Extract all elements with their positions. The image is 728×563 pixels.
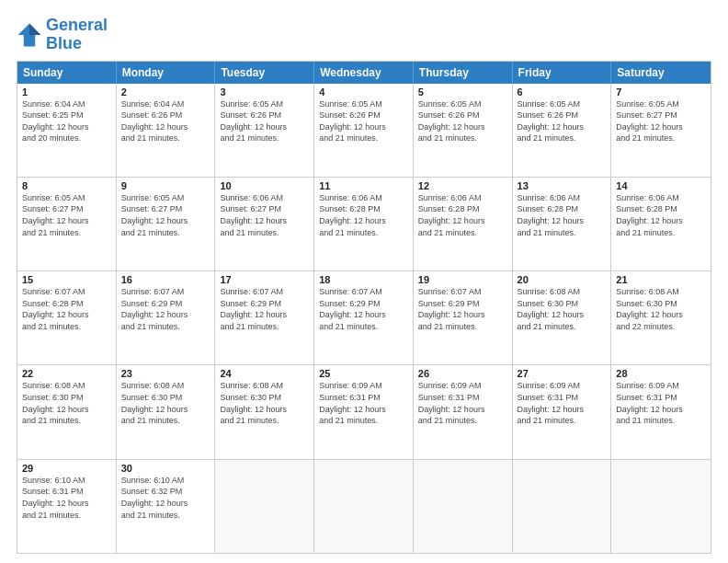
cal-cell: 3Sunrise: 6:05 AM Sunset: 6:26 PM Daylig… [215, 84, 314, 177]
day-info: Sunrise: 6:10 AM Sunset: 6:32 PM Dayligh… [121, 475, 210, 521]
cal-cell [215, 460, 314, 553]
cal-header-cell: Saturday [611, 62, 711, 84]
day-number: 20 [518, 274, 607, 285]
day-info: Sunrise: 6:07 AM Sunset: 6:28 PM Dayligh… [22, 286, 111, 332]
day-number: 26 [418, 368, 507, 379]
day-number: 24 [220, 368, 309, 379]
day-info: Sunrise: 6:06 AM Sunset: 6:28 PM Dayligh… [418, 192, 507, 238]
logo-text: General Blue [46, 17, 108, 53]
day-info: Sunrise: 6:05 AM Sunset: 6:27 PM Dayligh… [616, 98, 706, 144]
cal-cell: 25Sunrise: 6:09 AM Sunset: 6:31 PM Dayli… [314, 365, 414, 458]
day-number: 7 [616, 86, 706, 98]
cal-cell: 19Sunrise: 6:07 AM Sunset: 6:29 PM Dayli… [414, 271, 513, 364]
day-number: 9 [121, 180, 210, 191]
calendar-header-row: SundayMondayTuesdayWednesdayThursdayFrid… [17, 62, 711, 84]
cal-cell: 4Sunrise: 6:05 AM Sunset: 6:26 PM Daylig… [314, 84, 414, 177]
day-info: Sunrise: 6:08 AM Sunset: 6:30 PM Dayligh… [121, 380, 210, 426]
day-info: Sunrise: 6:05 AM Sunset: 6:26 PM Dayligh… [220, 98, 309, 144]
cal-cell: 8Sunrise: 6:05 AM Sunset: 6:27 PM Daylig… [17, 178, 117, 270]
day-number: 22 [22, 368, 111, 379]
cal-week-row: 1Sunrise: 6:04 AM Sunset: 6:25 PM Daylig… [17, 84, 711, 177]
cal-cell: 29Sunrise: 6:10 AM Sunset: 6:31 PM Dayli… [17, 460, 117, 553]
cal-cell: 1Sunrise: 6:04 AM Sunset: 6:25 PM Daylig… [17, 84, 117, 177]
svg-marker-1 [29, 23, 40, 34]
cal-cell [414, 460, 513, 553]
day-number: 18 [319, 274, 408, 285]
day-number: 1 [22, 86, 111, 98]
cal-cell: 9Sunrise: 6:05 AM Sunset: 6:27 PM Daylig… [117, 178, 216, 270]
cal-cell [611, 460, 711, 553]
cal-cell: 6Sunrise: 6:05 AM Sunset: 6:26 PM Daylig… [513, 84, 612, 177]
cal-cell: 21Sunrise: 6:08 AM Sunset: 6:30 PM Dayli… [611, 271, 711, 364]
day-info: Sunrise: 6:09 AM Sunset: 6:31 PM Dayligh… [319, 380, 408, 426]
day-info: Sunrise: 6:04 AM Sunset: 6:26 PM Dayligh… [121, 98, 210, 144]
cal-cell: 17Sunrise: 6:07 AM Sunset: 6:29 PM Dayli… [215, 271, 314, 364]
cal-cell: 18Sunrise: 6:07 AM Sunset: 6:29 PM Dayli… [314, 271, 414, 364]
cal-cell: 26Sunrise: 6:09 AM Sunset: 6:31 PM Dayli… [414, 365, 513, 458]
cal-header-cell: Wednesday [314, 62, 414, 84]
day-number: 2 [121, 86, 210, 98]
cal-week-row: 15Sunrise: 6:07 AM Sunset: 6:28 PM Dayli… [17, 270, 711, 364]
cal-cell: 22Sunrise: 6:08 AM Sunset: 6:30 PM Dayli… [17, 365, 117, 458]
cal-cell: 24Sunrise: 6:08 AM Sunset: 6:30 PM Dayli… [215, 365, 314, 458]
day-number: 23 [121, 368, 210, 379]
day-info: Sunrise: 6:06 AM Sunset: 6:28 PM Dayligh… [616, 192, 706, 238]
cal-cell: 5Sunrise: 6:05 AM Sunset: 6:26 PM Daylig… [414, 84, 513, 177]
day-number: 12 [418, 180, 507, 191]
day-info: Sunrise: 6:09 AM Sunset: 6:31 PM Dayligh… [418, 380, 507, 426]
day-number: 29 [22, 463, 111, 474]
day-info: Sunrise: 6:05 AM Sunset: 6:27 PM Dayligh… [121, 192, 210, 238]
day-info: Sunrise: 6:08 AM Sunset: 6:30 PM Dayligh… [616, 286, 706, 332]
cal-cell: 23Sunrise: 6:08 AM Sunset: 6:30 PM Dayli… [117, 365, 216, 458]
day-info: Sunrise: 6:08 AM Sunset: 6:30 PM Dayligh… [220, 380, 309, 426]
day-number: 6 [518, 86, 607, 98]
cal-header-cell: Friday [513, 62, 612, 84]
day-number: 28 [616, 368, 706, 379]
day-info: Sunrise: 6:09 AM Sunset: 6:31 PM Dayligh… [518, 380, 607, 426]
day-info: Sunrise: 6:08 AM Sunset: 6:30 PM Dayligh… [22, 380, 111, 426]
cal-header-cell: Tuesday [215, 62, 314, 84]
day-number: 17 [220, 274, 309, 285]
cal-header-cell: Monday [117, 62, 216, 84]
cal-cell: 10Sunrise: 6:06 AM Sunset: 6:27 PM Dayli… [215, 178, 314, 270]
cal-cell: 13Sunrise: 6:06 AM Sunset: 6:28 PM Dayli… [513, 178, 612, 270]
day-number: 16 [121, 274, 210, 285]
day-number: 4 [319, 86, 408, 98]
cal-cell: 27Sunrise: 6:09 AM Sunset: 6:31 PM Dayli… [513, 365, 612, 458]
cal-cell: 16Sunrise: 6:07 AM Sunset: 6:29 PM Dayli… [117, 271, 216, 364]
cal-cell: 12Sunrise: 6:06 AM Sunset: 6:28 PM Dayli… [414, 178, 513, 270]
day-number: 10 [220, 180, 309, 191]
logo-icon [17, 22, 42, 48]
day-info: Sunrise: 6:06 AM Sunset: 6:28 PM Dayligh… [518, 192, 607, 238]
cal-cell: 30Sunrise: 6:10 AM Sunset: 6:32 PM Dayli… [117, 460, 216, 553]
calendar: SundayMondayTuesdayWednesdayThursdayFrid… [17, 61, 711, 554]
cal-week-row: 8Sunrise: 6:05 AM Sunset: 6:27 PM Daylig… [17, 177, 711, 270]
day-number: 19 [418, 274, 507, 285]
day-info: Sunrise: 6:07 AM Sunset: 6:29 PM Dayligh… [319, 286, 408, 332]
day-info: Sunrise: 6:05 AM Sunset: 6:26 PM Dayligh… [518, 98, 607, 144]
day-info: Sunrise: 6:05 AM Sunset: 6:26 PM Dayligh… [319, 98, 408, 144]
cal-cell: 7Sunrise: 6:05 AM Sunset: 6:27 PM Daylig… [611, 84, 711, 177]
logo: General Blue [17, 17, 108, 53]
cal-cell: 28Sunrise: 6:09 AM Sunset: 6:31 PM Dayli… [611, 365, 711, 458]
header: General Blue [17, 17, 711, 53]
page: General Blue SundayMondayTuesdayWednesda… [0, 0, 728, 563]
day-number: 21 [616, 274, 706, 285]
day-number: 27 [518, 368, 607, 379]
day-number: 11 [319, 180, 408, 191]
day-number: 3 [220, 86, 309, 98]
day-info: Sunrise: 6:07 AM Sunset: 6:29 PM Dayligh… [121, 286, 210, 332]
cal-header-cell: Sunday [17, 62, 117, 84]
cal-cell: 15Sunrise: 6:07 AM Sunset: 6:28 PM Dayli… [17, 271, 117, 364]
day-info: Sunrise: 6:05 AM Sunset: 6:27 PM Dayligh… [22, 192, 111, 238]
day-number: 14 [616, 180, 706, 191]
day-info: Sunrise: 6:06 AM Sunset: 6:28 PM Dayligh… [319, 192, 408, 238]
cal-cell: 11Sunrise: 6:06 AM Sunset: 6:28 PM Dayli… [314, 178, 414, 270]
cal-week-row: 22Sunrise: 6:08 AM Sunset: 6:30 PM Dayli… [17, 364, 711, 458]
day-number: 5 [418, 86, 507, 98]
calendar-body: 1Sunrise: 6:04 AM Sunset: 6:25 PM Daylig… [17, 84, 711, 553]
day-info: Sunrise: 6:10 AM Sunset: 6:31 PM Dayligh… [22, 475, 111, 521]
day-number: 15 [22, 274, 111, 285]
day-info: Sunrise: 6:07 AM Sunset: 6:29 PM Dayligh… [418, 286, 507, 332]
day-info: Sunrise: 6:07 AM Sunset: 6:29 PM Dayligh… [220, 286, 309, 332]
